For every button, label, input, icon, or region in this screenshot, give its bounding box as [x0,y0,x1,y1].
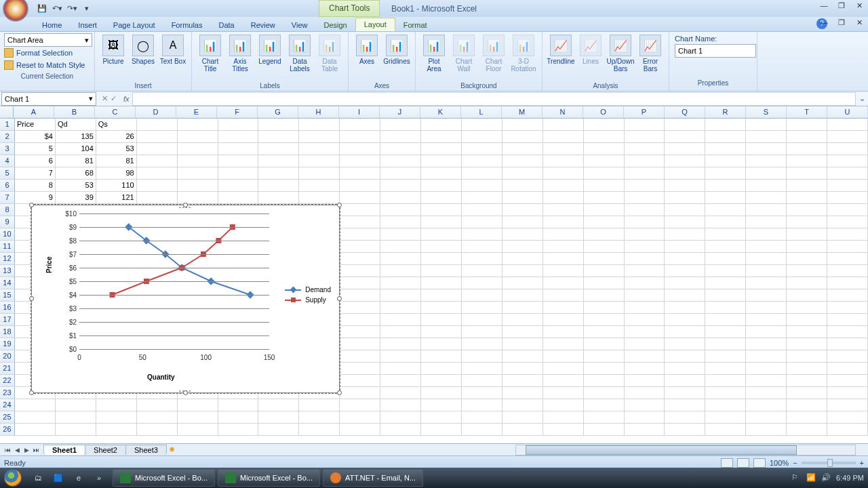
row-header[interactable]: 15 [0,289,15,302]
cell[interactable] [787,119,827,131]
rotation-button[interactable]: 📊3-D Rotation [509,33,538,74]
cell[interactable] [705,119,746,131]
cell[interactable] [827,180,868,192]
cell[interactable] [787,180,827,192]
tab-format[interactable]: Format [395,19,435,31]
cell[interactable] [137,180,178,192]
cell[interactable] [584,204,625,216]
cell[interactable] [746,155,787,167]
cell[interactable] [380,411,421,424]
zoom-out-button[interactable]: − [793,459,797,467]
cell[interactable] [584,241,625,253]
row-header[interactable]: 17 [0,314,15,326]
cell[interactable] [502,326,543,338]
cell[interactable] [746,314,787,326]
row-header[interactable]: 21 [0,363,15,375]
cell[interactable] [665,326,705,338]
cell[interactable] [665,277,705,289]
column-header[interactable]: E [176,106,217,118]
cell[interactable] [746,387,787,399]
shapes-button[interactable]: ◯Shapes [129,33,157,66]
cell[interactable] [258,424,299,436]
cell[interactable]: 81 [96,155,137,167]
zoom-slider[interactable] [802,462,856,464]
resize-handle[interactable] [337,390,342,395]
cell[interactable]: 5 [15,143,56,155]
taskbar-excel-1[interactable]: Microsoft Excel - Bo... [113,469,215,487]
cell[interactable] [340,302,380,314]
cell[interactable] [421,424,462,436]
cell[interactable] [827,265,868,277]
cell[interactable] [584,363,625,375]
cell[interactable] [584,143,625,155]
column-header[interactable]: P [624,106,665,118]
cell[interactable]: 104 [56,143,96,155]
cell[interactable]: 53 [56,180,96,192]
cell[interactable] [543,119,584,131]
cell[interactable] [421,228,462,241]
cell[interactable] [462,216,502,228]
cell[interactable] [340,204,380,216]
tray-clock[interactable]: 6:49 PM [836,474,864,482]
row-header[interactable]: 24 [0,399,15,411]
cell[interactable]: 9 [15,192,56,204]
cell[interactable] [543,143,584,155]
resize-handle[interactable] [183,390,188,395]
column-header[interactable]: J [380,106,420,118]
cell[interactable] [625,204,665,216]
cell[interactable] [705,167,746,180]
cell[interactable]: Qd [56,119,96,131]
column-header[interactable]: C [95,106,136,118]
cell[interactable] [584,289,625,302]
row-header[interactable]: 4 [0,155,15,167]
cell[interactable] [340,375,380,387]
cell[interactable] [625,228,665,241]
axes-button[interactable]: 📊Axes [353,33,381,66]
horizontal-scrollbar[interactable] [515,445,856,455]
cell[interactable] [625,387,665,399]
row-header[interactable]: 8 [0,204,15,216]
chart-wall-button[interactable]: 📊Chart Wall [450,33,478,74]
cell[interactable]: 135 [56,131,96,143]
legend-button[interactable]: 📊Legend [256,33,284,66]
cell[interactable] [502,314,543,326]
cell[interactable] [543,411,584,424]
cell[interactable] [746,167,787,180]
cell[interactable] [787,167,827,180]
scrollbar-thumb[interactable] [526,445,797,455]
taskbar-firefox[interactable]: ATT.NET - Email, N... [323,469,423,487]
zoom-in-button[interactable]: + [860,459,864,467]
cell[interactable] [178,399,218,411]
cell[interactable] [665,302,705,314]
cell[interactable] [827,167,868,180]
cell[interactable] [340,399,380,411]
cell[interactable] [502,289,543,302]
cell[interactable] [827,119,868,131]
sheet-nav-first[interactable]: ⏮ [3,445,12,455]
cell[interactable] [746,363,787,375]
cell[interactable] [705,375,746,387]
row-header[interactable]: 12 [0,253,15,265]
column-header[interactable]: A [14,106,54,118]
cell[interactable] [380,253,421,265]
cell[interactable] [705,399,746,411]
chart-x-axis-label[interactable]: Quantity [147,373,175,381]
cell[interactable] [746,180,787,192]
cell[interactable] [665,387,705,399]
chart-y-axis-label[interactable]: Price [45,257,53,273]
cell[interactable] [625,253,665,265]
cell[interactable] [543,253,584,265]
cell[interactable] [705,302,746,314]
cell[interactable] [462,155,502,167]
trendline-button[interactable]: 📈Trendline [547,33,575,66]
cell[interactable] [746,119,787,131]
cell[interactable] [502,192,543,204]
cell[interactable] [787,375,827,387]
cell[interactable]: 98 [96,167,137,180]
cell[interactable] [787,143,827,155]
row-header[interactable]: 9 [0,216,15,228]
cell[interactable] [705,411,746,424]
cell[interactable] [462,204,502,216]
cell[interactable] [625,350,665,363]
cell[interactable] [543,424,584,436]
